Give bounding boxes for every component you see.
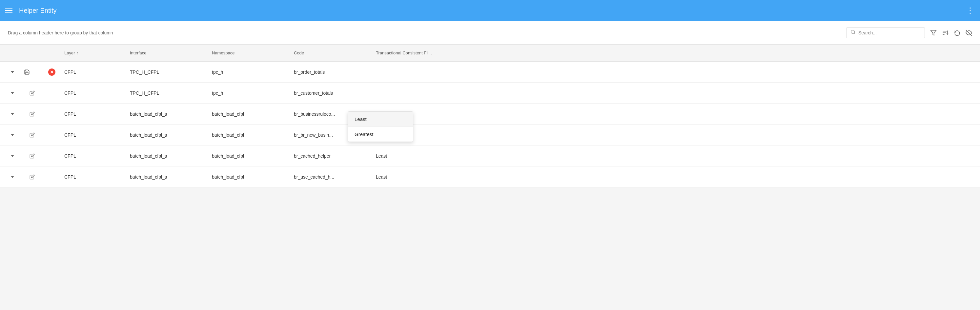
cell-tcf: Least: [373, 174, 472, 180]
cell-layer: CFPL: [62, 90, 127, 96]
cell-layer: CFPL: [62, 174, 127, 180]
cell-layer: CFPL: [62, 70, 127, 75]
row-expand-button[interactable]: [3, 155, 22, 157]
chevron-down-icon: [11, 134, 14, 136]
group-hint: Drag a column header here to group by th…: [8, 30, 113, 35]
close-icon: ✕: [50, 70, 54, 74]
header-left: Helper Entity: [5, 7, 57, 14]
cell-code: br_customer_totals: [291, 90, 373, 96]
edit-button[interactable]: [22, 174, 42, 180]
cell-interface: batch_load_cfpl_a: [127, 174, 209, 180]
cell-interface: batch_load_cfpl_a: [127, 111, 209, 117]
table-row: ✕ CFPL TPC_H_CFPL tpc_h br_order_totals: [0, 62, 980, 82]
col-header-namespace: Namespace: [209, 51, 291, 55]
cell-interface: TPC_H_CFPL: [127, 70, 209, 75]
svg-line-1: [854, 33, 855, 34]
col-header-layer: Layer ↑: [62, 51, 127, 55]
sort-arrow-icon: ↑: [76, 51, 78, 55]
col-header-interface: Interface: [127, 51, 209, 55]
more-options-icon[interactable]: ⋮: [966, 6, 975, 15]
cell-layer: CFPL: [62, 111, 127, 117]
edit-button[interactable]: [22, 132, 42, 138]
filter-icon[interactable]: [930, 30, 937, 36]
edit-button[interactable]: [22, 111, 42, 117]
table-row: CFPL batch_load_cfpl_a batch_load_cfpl b…: [0, 166, 980, 187]
row-expand-button[interactable]: [3, 134, 22, 136]
edit-button[interactable]: [22, 90, 42, 96]
table-header: Layer ↑ Interface Namespace Code Transac…: [0, 44, 980, 62]
dropdown-item-greatest[interactable]: Greatest: [348, 127, 413, 142]
table-row: CFPL batch_load_cfpl_a batch_load_cfpl b…: [0, 125, 980, 146]
chevron-down-icon: [11, 176, 14, 178]
tcf-dropdown[interactable]: Least Greatest: [348, 111, 413, 142]
cell-code: br_cached_helper: [291, 153, 373, 158]
sort-icon[interactable]: [942, 30, 948, 36]
cell-interface: TPC_H_CFPL: [127, 90, 209, 96]
cell-namespace: batch_load_cfpl: [209, 153, 291, 158]
cell-layer: CFPL: [62, 153, 127, 158]
cell-namespace: tpc_h: [209, 90, 291, 96]
svg-point-0: [851, 30, 855, 34]
search-icon: [850, 30, 856, 36]
delete-button[interactable]: ✕: [42, 68, 62, 76]
save-button[interactable]: [22, 68, 32, 77]
cell-namespace: batch_load_cfpl: [209, 174, 291, 180]
row-expand-button[interactable]: [3, 71, 22, 73]
svg-marker-2: [931, 30, 936, 35]
search-box[interactable]: [846, 27, 925, 38]
edit-button[interactable]: [22, 153, 42, 158]
cell-code: br_order_totals: [291, 70, 373, 75]
app-header: Helper Entity ⋮: [0, 0, 980, 21]
table-row: CFPL batch_load_cfpl_a batch_load_cfpl b…: [0, 104, 980, 125]
chevron-down-icon: [11, 113, 14, 115]
toolbar-actions: [846, 27, 972, 38]
chevron-down-icon: [11, 92, 14, 94]
cell-code: br_use_cached_h...: [291, 174, 373, 180]
table-row: CFPL TPC_H_CFPL tpc_h br_customer_totals: [0, 82, 980, 104]
row-expand-button[interactable]: [3, 176, 22, 178]
chevron-down-icon: [11, 155, 14, 157]
dropdown-item-least[interactable]: Least: [348, 112, 413, 127]
col-header-code: Code: [291, 51, 373, 55]
data-table: Layer ↑ Interface Namespace Code Transac…: [0, 44, 980, 187]
history-icon[interactable]: [954, 30, 960, 36]
menu-icon[interactable]: [5, 8, 13, 13]
visibility-off-icon[interactable]: [966, 30, 972, 36]
table-row: CFPL batch_load_cfpl_a batch_load_cfpl b…: [0, 146, 980, 166]
page-title: Helper Entity: [19, 7, 57, 14]
search-input[interactable]: [858, 30, 917, 35]
row-expand-button[interactable]: [3, 113, 22, 115]
cell-interface: batch_load_cfpl_a: [127, 153, 209, 158]
cell-namespace: batch_load_cfpl: [209, 132, 291, 138]
toolbar: Drag a column header here to group by th…: [0, 21, 980, 44]
cell-interface: batch_load_cfpl_a: [127, 132, 209, 138]
cell-namespace: batch_load_cfpl: [209, 111, 291, 117]
col-header-tcf: Transactional Consistent Fil...: [373, 51, 472, 55]
cell-tcf: Least: [373, 153, 472, 158]
row-expand-button[interactable]: [3, 92, 22, 94]
cell-layer: CFPL: [62, 132, 127, 138]
chevron-down-icon: [11, 71, 14, 73]
cell-namespace: tpc_h: [209, 70, 291, 75]
